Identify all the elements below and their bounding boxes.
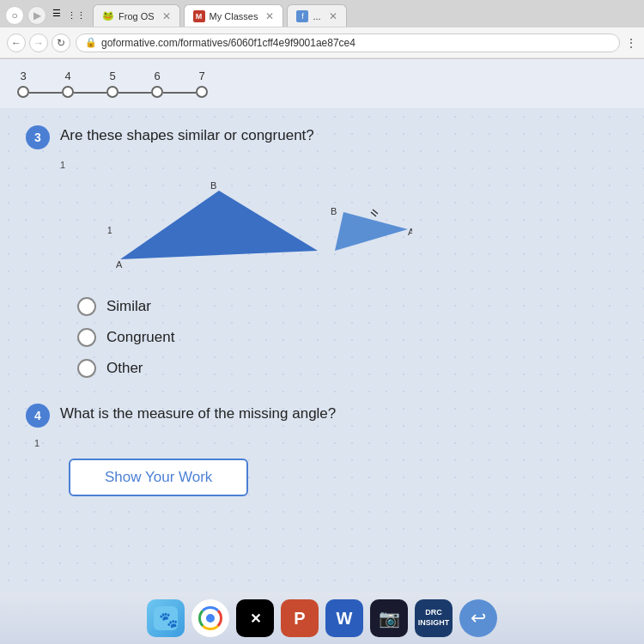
address-text: goformative.com/formatives/6060f1cff4e9f… [101, 37, 355, 49]
lock-icon: 🔒 [85, 37, 97, 48]
progress-line-4 [163, 92, 196, 94]
tab-extra-icon: f [296, 10, 308, 22]
progress-line-2 [74, 92, 106, 94]
tab-extra-close[interactable]: ✕ [329, 10, 337, 22]
tab-my-classes-close[interactable]: ✕ [265, 10, 274, 22]
apps-icon: ⋮⋮ [67, 6, 86, 25]
option-other[interactable]: Other [77, 359, 618, 378]
options-list: Similar Congruent Other [26, 297, 618, 378]
q3-sub-num: 1 [52, 160, 618, 170]
progress-nav: 3 4 5 6 7 [0, 59, 644, 108]
video-icon: 📷 [379, 608, 400, 629]
triangles-svg: B A 1 B A [52, 173, 412, 285]
x-app-icon: ✕ [250, 611, 261, 627]
menu-icon: ☰ [50, 6, 64, 20]
svg-text:🐾: 🐾 [159, 611, 178, 629]
taskbar-back[interactable]: ↩ [459, 599, 497, 637]
progress-line-1 [29, 92, 62, 94]
nav-back[interactable]: ← [7, 33, 26, 52]
right-triangle [335, 212, 408, 251]
option-congruent-label: Congruent [106, 329, 174, 346]
progress-dot-4[interactable] [62, 86, 74, 98]
progress-dot-6[interactable] [151, 86, 163, 98]
progress-num-5: 5 [109, 70, 115, 82]
radio-similar[interactable] [77, 297, 96, 316]
radio-congruent[interactable] [77, 328, 96, 347]
progress-item-4[interactable]: 4 [62, 70, 74, 98]
powerpoint-icon: P [294, 609, 305, 629]
progress-dot-5[interactable] [106, 86, 118, 98]
shapes-area: 1 B A 1 B A [52, 160, 618, 289]
progress-num-3: 3 [20, 70, 26, 82]
tab-extra[interactable]: f ... ✕ [287, 4, 346, 27]
taskbar-powerpoint[interactable]: P [281, 599, 319, 637]
question-3-header: 3 Are these shapes similar or congruent? [26, 125, 618, 149]
taskbar-word[interactable]: W [325, 599, 363, 637]
left-tri-A-label: A [116, 259, 123, 270]
main-content: 3 Are these shapes similar or congruent?… [0, 108, 644, 606]
svg-line-1 [373, 210, 378, 214]
frog-os-icon: 🐸 [102, 10, 114, 21]
progress-num-6: 6 [154, 70, 160, 82]
taskbar-finder[interactable]: 🐾 [147, 599, 185, 637]
extensions-icon[interactable]: ⋮ [625, 36, 637, 50]
right-tri-A-label: A [408, 227, 412, 237]
question-4-text: What is the measure of the missing angle… [60, 404, 336, 422]
tab-frog-os[interactable]: 🐸 Frog OS ✕ [93, 4, 180, 27]
svg-line-0 [371, 212, 376, 216]
progress-item-3[interactable]: 3 [17, 70, 29, 98]
question-3-text: Are these shapes similar or congruent? [60, 125, 314, 144]
progress-line-3 [118, 92, 151, 94]
address-bar[interactable]: 🔒 goformative.com/formatives/6060f1cff4e… [76, 33, 620, 52]
nav-refresh[interactable]: ↻ [52, 33, 70, 52]
tab-frog-os-close[interactable]: ✕ [162, 10, 171, 22]
tab-my-classes[interactable]: M My Classes ✕ [184, 4, 284, 27]
q4-sub-num: 1 [26, 438, 618, 448]
question-4-number: 4 [26, 404, 50, 428]
finder-icon: 🐾 [154, 606, 178, 630]
my-classes-icon: M [193, 10, 205, 22]
progress-num-7: 7 [198, 70, 204, 82]
chrome-icon [198, 606, 222, 630]
taskbar-video[interactable]: 📷 [370, 599, 408, 637]
back-icon: ↩ [471, 607, 486, 629]
taskbar-drc[interactable]: DRCINSIGHT [415, 599, 453, 637]
left-triangle [120, 191, 318, 259]
option-similar-label: Similar [106, 298, 151, 315]
option-congruent[interactable]: Congruent [77, 328, 618, 347]
show-your-work-button[interactable]: Show Your Work [69, 459, 248, 496]
taskbar: 🐾 ✕ P W 📷 DRCINSIGHT ↩ [0, 592, 644, 644]
taskbar-x-app[interactable]: ✕ [236, 599, 274, 637]
forward-button[interactable]: ▶ [27, 6, 46, 25]
nav-forward[interactable]: → [29, 33, 48, 52]
question-3-block: 3 Are these shapes similar or congruent?… [26, 125, 618, 378]
tab-bar: ○ ▶ ☰ ⋮⋮ 🐸 Frog OS ✕ M My Classes ✕ f ..… [0, 0, 644, 27]
tab-my-classes-label: My Classes [210, 11, 258, 21]
taskbar-chrome[interactable] [191, 599, 229, 637]
option-similar[interactable]: Similar [77, 297, 618, 316]
back-button[interactable]: ○ [5, 6, 24, 25]
progress-dot-7[interactable] [196, 86, 208, 98]
word-icon: W [337, 609, 353, 629]
progress-item-6[interactable]: 6 [151, 70, 163, 98]
tab-frog-os-label: Frog OS [118, 11, 155, 21]
radio-other[interactable] [77, 359, 96, 378]
progress-dot-3[interactable] [17, 86, 29, 98]
progress-item-5[interactable]: 5 [106, 70, 118, 98]
progress-item-7[interactable]: 7 [196, 70, 208, 98]
question-4-block: 4 What is the measure of the missing ang… [26, 404, 618, 496]
tab-extra-label: ... [313, 11, 320, 21]
left-tri-B-label: B [210, 180, 216, 191]
progress-num-4: 4 [64, 70, 70, 82]
drc-icon: DRCINSIGHT [418, 608, 450, 628]
option-other-label: Other [106, 360, 143, 377]
nav-bar: ← → ↻ 🔒 goformative.com/formatives/6060f… [0, 27, 644, 58]
right-tri-B-label: B [331, 206, 337, 216]
left-tri-1-label: 1 [107, 226, 112, 235]
question-3-number: 3 [26, 125, 50, 149]
browser-chrome: ○ ▶ ☰ ⋮⋮ 🐸 Frog OS ✕ M My Classes ✕ f ..… [0, 0, 644, 59]
question-4-header: 4 What is the measure of the missing ang… [26, 404, 618, 428]
